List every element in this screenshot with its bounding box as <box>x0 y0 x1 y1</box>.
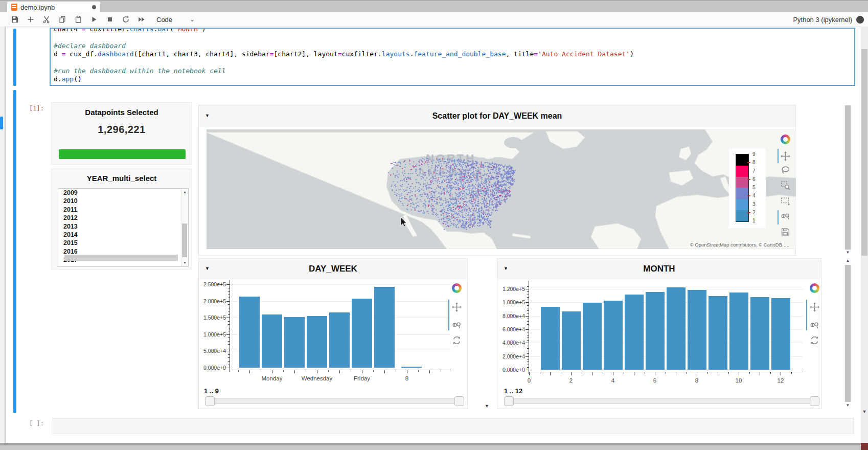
bar[interactable] <box>307 316 327 368</box>
main-scroll-down-icon[interactable]: ▼ <box>861 409 868 414</box>
input-cell-collapser[interactable] <box>13 29 16 86</box>
tab-demo-ipynb[interactable]: demo.ipynb <box>7 2 100 13</box>
year-option-2009[interactable]: 2009 <box>58 189 188 197</box>
bar[interactable] <box>541 307 560 370</box>
bar[interactable] <box>374 287 395 368</box>
bar[interactable] <box>667 287 686 370</box>
run-icon[interactable] <box>89 15 99 24</box>
add-cell-icon[interactable] <box>26 15 35 24</box>
slider-handle-left[interactable] <box>205 396 215 406</box>
bokeh-logo-icon[interactable] <box>451 282 462 294</box>
x-tick <box>561 372 561 374</box>
day-week-toolbar <box>451 282 463 349</box>
bar[interactable] <box>239 297 260 368</box>
scroll-down-icon[interactable]: ▼ <box>181 260 188 265</box>
dashboard-scrollbar-bottom[interactable] <box>844 265 851 402</box>
cell-type-select[interactable]: Code ⌄ <box>156 16 195 24</box>
bar[interactable] <box>604 301 623 370</box>
month-plot[interactable]: 0.000e+02.000e+44.000e+46.000e+48.000e+4… <box>497 259 821 409</box>
left-gutter <box>0 27 6 443</box>
reset-tool-icon[interactable] <box>809 334 820 346</box>
panel-resize-caret-icon[interactable]: ▼ <box>485 403 489 409</box>
save-icon[interactable] <box>10 15 19 24</box>
x-tick <box>306 370 306 372</box>
scroll-thumb[interactable] <box>845 105 851 250</box>
code-cell-editor[interactable]: chart4 = cuxfilter.charts.bar('MONTH')#d… <box>50 28 855 86</box>
main-scroll-thumb[interactable] <box>861 49 867 256</box>
bar[interactable] <box>771 298 790 370</box>
year-scroll-thumb[interactable] <box>182 223 187 257</box>
paste-icon[interactable] <box>74 15 83 24</box>
pan-tool-icon[interactable] <box>780 150 791 162</box>
bar[interactable] <box>352 299 372 368</box>
year-horizontal-scrollbar[interactable] <box>64 255 178 261</box>
year-vertical-scrollbar[interactable]: ▲ ▼ <box>181 189 188 266</box>
scroll-up-icon[interactable]: ▲ <box>844 258 851 263</box>
output-cell-collapser[interactable] <box>13 90 16 413</box>
bottom-scrollbar-track[interactable] <box>0 443 868 450</box>
bar[interactable] <box>646 292 665 370</box>
kernel-status-icon[interactable] <box>856 16 864 24</box>
scroll-up-icon[interactable]: ▲ <box>181 190 188 195</box>
year-option-2010[interactable]: 2010 <box>58 197 188 205</box>
run-all-icon[interactable] <box>137 15 146 24</box>
restart-icon[interactable] <box>121 15 130 24</box>
bar[interactable] <box>562 311 581 370</box>
copy-icon[interactable] <box>58 15 67 24</box>
scroll-down-icon[interactable]: ▼ <box>844 403 851 408</box>
tap-select-icon[interactable] <box>809 319 820 330</box>
year-option-2013[interactable]: 2013 <box>58 222 188 231</box>
cut-icon[interactable] <box>42 15 51 24</box>
collapse-caret-icon[interactable]: ▼ <box>205 113 210 118</box>
scroll-down-icon[interactable]: ▼ <box>844 250 851 255</box>
scroll-thumb[interactable] <box>845 265 851 402</box>
day-week-range-slider[interactable] <box>205 398 463 404</box>
box-select-icon[interactable] <box>780 195 791 206</box>
bar[interactable] <box>750 297 769 370</box>
bokeh-logo-icon[interactable] <box>809 282 820 294</box>
save-tool-icon[interactable] <box>780 226 791 237</box>
pan-tool-icon[interactable] <box>451 301 462 312</box>
bar[interactable] <box>709 296 727 370</box>
reset-tool-icon[interactable] <box>451 334 462 346</box>
tap-select-icon[interactable] <box>780 210 791 221</box>
slider-handle-right[interactable] <box>810 396 819 406</box>
tap-select-icon[interactable] <box>451 319 462 330</box>
bar[interactable] <box>262 314 282 368</box>
scatter-map-canvas[interactable]: NORTHAMERICA 987654321 ··· © OpenStreetM… <box>207 129 796 249</box>
bar[interactable] <box>401 367 422 368</box>
dashboard-scrollbar-top[interactable] <box>844 105 851 250</box>
year-option-2015[interactable]: 2015 <box>58 239 188 247</box>
box-zoom-icon[interactable] <box>780 179 791 191</box>
slider-track[interactable] <box>205 398 463 404</box>
stop-icon[interactable] <box>105 15 115 24</box>
kernel-name[interactable]: Python 3 (ipykernel) <box>793 16 852 24</box>
bokeh-logo-icon[interactable] <box>780 133 791 145</box>
x-tick-label: 8 <box>673 377 720 384</box>
slider-handle-left[interactable] <box>504 396 514 406</box>
x-tick-label: 4 <box>589 377 636 384</box>
bar[interactable] <box>625 295 644 370</box>
slider-track[interactable] <box>504 398 818 404</box>
bar[interactable] <box>284 317 305 368</box>
year-option-2012[interactable]: 2012 <box>58 214 188 222</box>
empty-code-cell[interactable] <box>53 418 854 434</box>
bar[interactable] <box>329 312 350 368</box>
pan-tool-icon[interactable] <box>809 301 820 312</box>
x-tick <box>582 372 582 374</box>
slider-handle-right[interactable] <box>454 396 464 406</box>
svg-text:NORTH: NORTH <box>426 152 476 165</box>
bar[interactable] <box>688 290 706 370</box>
lasso-select-icon[interactable] <box>780 164 791 175</box>
x-tick <box>718 372 718 375</box>
scatter-map-panel: ▼ Scatter plot for DAY_WEEK mean NORTHAM… <box>198 105 796 256</box>
bar[interactable] <box>583 303 602 370</box>
day-week-plot[interactable]: 0.000e+05.000e+41.000e+51.500e+52.000e+5… <box>199 259 467 409</box>
main-scrollbar[interactable] <box>861 27 868 443</box>
year-option-2011[interactable]: 2011 <box>58 206 188 214</box>
year-listbox[interactable]: 200920102011201220132014201520162017 ▲ ▼ <box>58 188 189 267</box>
x-tick <box>328 370 329 372</box>
month-range-slider[interactable] <box>504 398 818 404</box>
bar[interactable] <box>729 292 748 370</box>
year-option-2014[interactable]: 2014 <box>58 231 188 239</box>
